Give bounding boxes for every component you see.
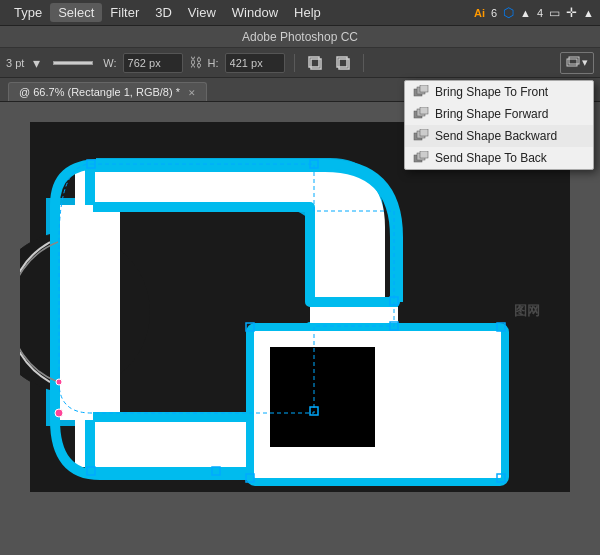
titlebar: Adobe Photoshop CC xyxy=(0,26,600,48)
bring-front-label: Bring Shape To Front xyxy=(435,85,548,99)
ai-icon: Ai xyxy=(474,7,485,19)
svg-rect-28 xyxy=(270,347,375,447)
width-label: W: xyxy=(103,57,116,69)
size-dropdown-btn[interactable]: ▾ xyxy=(30,55,43,71)
send-back-icon xyxy=(413,151,429,165)
menubar-right: Ai 6 ⬡ ▲ 4 ▭ ✛ ▲ xyxy=(474,5,594,20)
arrange-btn[interactable]: ▾ xyxy=(560,52,594,74)
link-icon: ⛓ xyxy=(189,55,202,70)
svg-point-41 xyxy=(56,379,62,385)
bring-forward-label: Bring Shape Forward xyxy=(435,107,548,121)
arrange-container: ▾ Bring Shape To Front Bring Shape Forwa… xyxy=(560,52,594,74)
menubar: Type Select Filter 3D View Window Help A… xyxy=(0,0,600,26)
send-backward-icon xyxy=(413,129,429,143)
path-new-layer-btn[interactable] xyxy=(304,55,326,71)
separator-2 xyxy=(363,54,364,72)
menu-3d[interactable]: 3D xyxy=(147,3,180,22)
dropdown-item-bring-front[interactable]: Bring Shape To Front xyxy=(405,81,593,103)
svg-rect-8 xyxy=(420,85,428,92)
svg-rect-17 xyxy=(420,151,428,158)
menu-help[interactable]: Help xyxy=(286,3,329,22)
document-tab[interactable]: @ 66.7% (Rectangle 1, RGB/8) * ✕ xyxy=(8,82,207,101)
size-value: 3 pt xyxy=(6,57,24,69)
watermark: 图网 xyxy=(514,302,540,320)
badge-4: 4 xyxy=(537,7,543,19)
artwork-svg xyxy=(20,112,580,502)
height-label: H: xyxy=(208,57,219,69)
dropdown-item-bring-forward[interactable]: Bring Shape Forward xyxy=(405,103,593,125)
arrange-icon xyxy=(566,56,580,70)
bring-front-icon xyxy=(413,85,429,99)
app-title: Adobe Photoshop CC xyxy=(242,30,358,44)
bring-forward-icon xyxy=(413,107,429,121)
crosshair-icon: ✛ xyxy=(566,5,577,20)
width-input[interactable] xyxy=(123,53,183,73)
menu-window[interactable]: Window xyxy=(224,3,286,22)
stroke-preview xyxy=(53,61,93,65)
send-backward-label: Send Shape Backward xyxy=(435,129,557,143)
wifi-icon: ▲ xyxy=(583,7,594,19)
tab-close-btn[interactable]: ✕ xyxy=(188,88,196,98)
arrange-dropdown: Bring Shape To Front Bring Shape Forward… xyxy=(404,80,594,170)
number-badge: 6 xyxy=(491,7,497,19)
arrange-label: ▾ xyxy=(582,56,588,69)
svg-rect-11 xyxy=(420,107,428,114)
tab-label: @ 66.7% (Rectangle 1, RGB/8) * xyxy=(19,86,180,98)
menu-type[interactable]: Type xyxy=(6,3,50,22)
googledrive-icon: ▲ xyxy=(520,7,531,19)
svg-point-40 xyxy=(55,409,63,417)
path-combine-btn[interactable] xyxy=(332,55,354,71)
menu-filter[interactable]: Filter xyxy=(102,3,147,22)
svg-rect-14 xyxy=(420,129,428,136)
monitor-icon: ▭ xyxy=(549,6,560,20)
optionsbar: 3 pt ▾ W: ⛓ H: ▾ xyxy=(0,48,600,78)
dropdown-item-send-back[interactable]: Send Shape To Back xyxy=(405,147,593,169)
separator-1 xyxy=(294,54,295,72)
dropdown-item-send-backward[interactable]: Send Shape Backward xyxy=(405,125,593,147)
menu-view[interactable]: View xyxy=(180,3,224,22)
svg-rect-22 xyxy=(55,205,93,420)
menu-select[interactable]: Select xyxy=(50,3,102,22)
height-input[interactable] xyxy=(225,53,285,73)
dropbox-icon: ⬡ xyxy=(503,5,514,20)
send-back-label: Send Shape To Back xyxy=(435,151,547,165)
